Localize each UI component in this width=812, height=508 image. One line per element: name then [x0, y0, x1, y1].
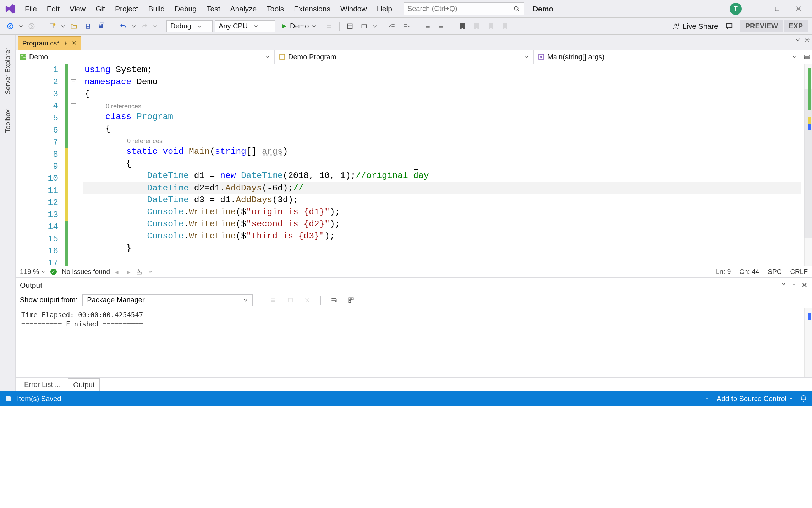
toolbar-icon-1[interactable] — [344, 20, 356, 32]
nav-back-more-icon[interactable] — [18, 24, 23, 29]
add-source-control-button[interactable]: Add to Source Control — [717, 395, 794, 403]
bookmark-next-button — [485, 20, 497, 32]
close-icon[interactable]: ✕ — [801, 281, 808, 290]
rail-server-explorer[interactable]: Server Explorer — [3, 45, 12, 97]
tab-output[interactable]: Output — [68, 378, 100, 391]
menu-git[interactable]: Git — [90, 2, 110, 15]
close-window-button[interactable] — [791, 4, 806, 14]
codelens-refs[interactable]: 0 references — [84, 137, 163, 145]
avatar[interactable]: T — [730, 3, 742, 15]
line-indicator[interactable]: Ln: 9 — [716, 268, 731, 276]
gutter: 1 2− 3 4− 5 6− 7 8 9 10 11 12 13 14 15 1… — [16, 64, 83, 266]
output-title-row: Output ✕ — [16, 278, 812, 292]
class-combo[interactable]: Demo.Program — [275, 50, 534, 64]
save-button[interactable] — [82, 20, 94, 32]
search-box[interactable] — [404, 2, 524, 15]
wordwrap-icon[interactable] — [328, 294, 340, 306]
output-scrollbar[interactable] — [804, 308, 812, 377]
menu-view[interactable]: View — [65, 2, 90, 15]
minimize-button[interactable] — [749, 4, 763, 14]
eol-indicator[interactable]: CRLF — [790, 268, 808, 276]
tab-settings-icon[interactable] — [804, 37, 810, 43]
project-combo[interactable]: C# Demo — [16, 50, 275, 64]
fold-toggle[interactable]: − — [71, 79, 76, 85]
zoom-combo[interactable]: 119 % — [20, 268, 45, 276]
output-source-combo[interactable]: Package Manager — [82, 294, 253, 306]
menu-help[interactable]: Help — [372, 2, 397, 15]
new-item-more-icon[interactable] — [61, 24, 66, 29]
feedback-icon[interactable] — [723, 20, 735, 32]
char-indicator[interactable]: Ch: 44 — [739, 268, 759, 276]
menu-extensions[interactable]: Extensions — [289, 2, 335, 15]
liveshare-icon — [672, 22, 680, 30]
menu-window[interactable]: Window — [335, 2, 372, 15]
output-body[interactable]: Time Elapsed: 00:00:00.4254547 =========… — [16, 308, 812, 377]
panel-dropdown-icon[interactable] — [781, 281, 786, 290]
vertical-scrollbar[interactable] — [804, 64, 812, 266]
method-icon — [538, 54, 544, 60]
start-debug-button[interactable]: Demo — [277, 20, 321, 32]
up-arrow-icon[interactable] — [704, 395, 710, 402]
platform-combo[interactable]: Any CPU — [215, 20, 275, 32]
code-body[interactable]: using System; namespace Demo { 0 referen… — [83, 64, 812, 266]
svg-rect-55 — [351, 298, 353, 300]
nav-back-button[interactable] — [4, 20, 16, 32]
codelens-refs[interactable]: 0 references — [84, 103, 141, 110]
svg-marker-0 — [6, 4, 15, 13]
indent-indicator[interactable]: SPC — [768, 268, 781, 276]
maximize-button[interactable] — [770, 4, 784, 14]
menu-test[interactable]: Test — [202, 2, 225, 15]
exp-button[interactable]: EXP — [784, 20, 808, 32]
new-item-button[interactable]: + — [46, 20, 59, 32]
chevron-down-icon[interactable] — [148, 269, 153, 274]
issues-label[interactable]: No issues found — [62, 268, 110, 276]
pin-icon[interactable] — [791, 281, 796, 290]
split-editor-icon[interactable] — [801, 50, 812, 64]
liveshare-button[interactable]: Live Share — [672, 22, 718, 31]
rail-toolbox[interactable]: Toolbox — [3, 107, 12, 135]
menu-build[interactable]: Build — [143, 2, 170, 15]
comment-button[interactable] — [421, 20, 433, 32]
preview-button[interactable]: PREVIEW — [740, 20, 783, 32]
member-combo[interactable]: Main(string[] args) — [534, 50, 801, 64]
show-output-from-label: Show output from: — [20, 296, 77, 304]
member-label: Main(string[] args) — [547, 53, 604, 61]
undo-button[interactable] — [117, 20, 129, 32]
fold-toggle[interactable]: − — [71, 103, 76, 109]
search-input[interactable] — [407, 5, 513, 13]
line-number: 13 — [16, 209, 65, 221]
uncomment-button[interactable] — [435, 20, 448, 32]
tab-error-list[interactable]: Error List ... — [19, 378, 66, 391]
outdent-button[interactable] — [386, 20, 398, 32]
save-all-button[interactable] — [96, 20, 108, 32]
file-tab-program[interactable]: Program.cs* ✕ — [18, 36, 81, 50]
config-combo[interactable]: Debug — [166, 20, 213, 32]
text-caret — [309, 183, 309, 193]
cleanup-icon[interactable] — [136, 268, 143, 275]
menu-analyze[interactable]: Analyze — [225, 2, 262, 15]
menu-edit[interactable]: Edit — [42, 2, 65, 15]
toolbar-icon-2[interactable] — [358, 20, 370, 32]
menu-tools[interactable]: Tools — [262, 2, 289, 15]
close-icon[interactable]: ✕ — [72, 39, 77, 47]
issues-nav-icon[interactable]: ◂ ─ ▸ — [115, 268, 131, 276]
code-editor[interactable]: 1 2− 3 4− 5 6− 7 8 9 10 11 12 13 14 15 1… — [16, 64, 812, 266]
output-extra-icon[interactable] — [345, 294, 357, 306]
liveshare-label: Live Share — [682, 22, 718, 31]
toolbar-icon-2-more[interactable] — [372, 24, 377, 29]
menu-debug[interactable]: Debug — [170, 2, 202, 15]
notifications-icon[interactable] — [800, 395, 807, 402]
menu-file[interactable]: File — [20, 2, 42, 15]
pin-icon[interactable] — [63, 41, 68, 46]
undo-more-icon[interactable] — [131, 24, 136, 29]
svg-rect-14 — [99, 24, 102, 25]
tab-overflow-icon[interactable] — [795, 37, 801, 43]
menu-project[interactable]: Project — [110, 2, 143, 15]
indent-button[interactable] — [400, 20, 412, 32]
save-status-icon — [5, 395, 12, 402]
output-panel: Output ✕ Show output from: Package Manag… — [16, 278, 812, 377]
start-label: Demo — [290, 22, 309, 30]
fold-toggle[interactable]: − — [71, 128, 76, 133]
bookmark-button[interactable] — [456, 20, 468, 32]
open-file-button[interactable] — [68, 20, 80, 32]
